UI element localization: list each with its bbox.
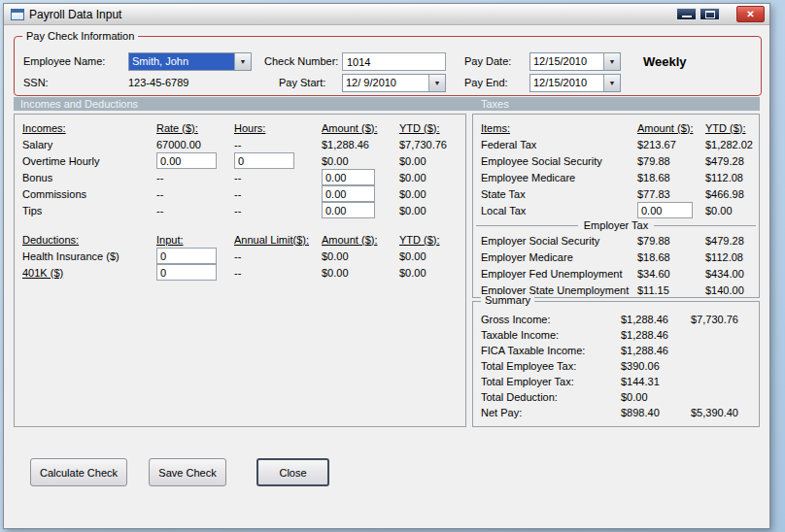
pay-start-label: Pay Start:	[279, 77, 325, 88]
minimize-button[interactable]	[676, 8, 697, 20]
401k-limit-value: --	[234, 267, 322, 279]
tips-amount-input[interactable]	[322, 202, 375, 218]
incomes-header-row: Incomes: Rate ($): Hours: Amount ($): YT…	[15, 119, 465, 136]
summary-group-label: Summary	[481, 294, 534, 306]
check-number-input[interactable]	[342, 52, 446, 71]
local-tax-ytd: $0.00	[705, 205, 759, 216]
tips-ytd-value: $0.00	[399, 205, 465, 216]
chevron-down-icon[interactable]: ▼	[603, 53, 620, 70]
employee-ss-amount: $79.88	[637, 155, 705, 167]
pay-end-value: 12/15/2010	[530, 75, 603, 91]
income-row-tips: Tips -- -- $0.00	[15, 202, 465, 218]
health-insurance-limit-value: --	[234, 250, 322, 262]
total-employee-tax-amount: $390.06	[621, 360, 691, 372]
summary-row-total-employer-tax: Total Employer Tax: $144.31	[473, 374, 759, 389]
income-row-salary: Salary 67000.00 -- $1,288.46 $7,730.76	[15, 136, 465, 152]
pay-start-picker[interactable]: 12/ 9/2010 ▼	[342, 74, 446, 92]
ytd-column-header: YTD ($):	[399, 234, 465, 246]
row-label: Local Tax	[481, 205, 637, 216]
employer-fed-unemployment-ytd: $434.00	[705, 268, 759, 280]
bonus-ytd-value: $0.00	[399, 172, 465, 183]
pay-date-picker[interactable]: 12/15/2010 ▼	[529, 52, 621, 71]
401k-input[interactable]	[156, 264, 217, 281]
federal-tax-amount: $213.67	[637, 139, 705, 150]
calculate-check-button[interactable]: Calculate Check	[30, 458, 127, 486]
deductions-column-header: Deductions:	[22, 234, 156, 246]
deduction-row-401k: 401K ($) -- $0.00 $0.00	[15, 264, 465, 281]
row-label: FICA Taxable Income:	[481, 345, 621, 356]
employer-ss-amount: $79.88	[637, 235, 705, 247]
payroll-dialog: Payroll Data Input ✕ Pay Check Informati…	[3, 3, 770, 529]
gross-income-amount: $1,288.46	[621, 314, 691, 325]
rate-column-header: Rate ($):	[156, 122, 234, 134]
net-pay-amount: $898.40	[621, 407, 691, 418]
amount-column-header: Amount ($):	[637, 122, 705, 134]
pay-date-label: Pay Date:	[464, 55, 511, 67]
commissions-rate-value: --	[156, 188, 234, 200]
row-label: Overtime Hourly	[22, 155, 156, 167]
salary-hours-value: --	[234, 139, 322, 150]
salary-ytd-value: $7,730.76	[399, 139, 465, 150]
commissions-amount-input[interactable]	[322, 185, 375, 202]
items-column-header: Items:	[481, 122, 637, 134]
ytd-column-header: YTD ($):	[399, 122, 465, 134]
employee-medicare-ytd: $112.08	[705, 172, 759, 183]
chevron-down-icon[interactable]: ▼	[428, 75, 445, 91]
tax-row-employee-social-security: Employee Social Security $79.88 $479.28	[473, 152, 759, 169]
row-label: Total Employer Tax:	[481, 376, 621, 387]
amount-column-header: Amount ($):	[322, 234, 399, 246]
close-button[interactable]: ✕	[736, 6, 765, 22]
health-insurance-input[interactable]	[156, 248, 217, 264]
401k-amount-value: $0.00	[322, 267, 399, 279]
income-row-commissions: Commissions -- -- $0.00	[15, 185, 465, 202]
row-label: State Tax	[481, 188, 637, 200]
row-label: Total Deduction:	[481, 391, 621, 403]
commissions-hours-value: --	[234, 188, 322, 200]
row-label: Gross Income:	[481, 314, 621, 325]
title-bar[interactable]: Payroll Data Input ✕	[4, 4, 769, 25]
tax-row-employer-social-security: Employer Social Security $79.88 $479.28	[473, 232, 759, 249]
amount-column-header: Amount ($):	[322, 122, 399, 134]
close-dialog-button[interactable]: Close	[256, 458, 329, 486]
app-icon	[11, 9, 24, 20]
incomes-column-header: Incomes:	[22, 122, 156, 134]
employer-state-unemployment-ytd: $140.00	[705, 284, 759, 296]
row-label: Employer Social Security	[481, 235, 637, 247]
summary-row-gross-income: Gross Income: $1,288.46 $7,730.76	[473, 312, 759, 327]
summary-row-total-employee-tax: Total Employee Tax: $390.06	[473, 358, 759, 374]
gross-income-ytd: $7,730.76	[691, 314, 759, 325]
row-label: Employee Medicare	[481, 172, 637, 183]
maximize-icon	[705, 11, 715, 18]
row-label: Employer Medicare	[481, 251, 637, 263]
employer-ss-ytd: $479.28	[705, 235, 759, 247]
section-label-taxes: Taxes	[481, 97, 509, 111]
chevron-down-icon[interactable]: ▼	[603, 75, 620, 91]
overtime-hours-input[interactable]	[234, 152, 294, 169]
fica-taxable-income-amount: $1,288.46	[621, 345, 691, 356]
bonus-amount-input[interactable]	[322, 169, 375, 185]
row-label: Taxable Income:	[481, 329, 621, 341]
local-tax-input[interactable]	[637, 202, 693, 218]
incomes-deductions-panel: Incomes: Rate ($): Hours: Amount ($): YT…	[14, 114, 466, 427]
chevron-down-icon[interactable]: ▼	[234, 53, 251, 70]
pay-frequency-label: Weekly	[643, 54, 687, 69]
row-label: Federal Tax	[481, 139, 637, 150]
taxes-header-row: Items: Amount ($): YTD ($):	[473, 119, 759, 136]
save-check-button[interactable]: Save Check	[149, 458, 226, 486]
401k-link[interactable]: 401K ($)	[22, 267, 156, 279]
annual-limit-column-header: Annual Limit($):	[234, 234, 322, 246]
overtime-rate-input[interactable]	[156, 152, 217, 169]
overtime-amount-value: $0.00	[322, 155, 399, 167]
maximize-button[interactable]	[700, 8, 720, 20]
employer-state-unemployment-amount: $11.15	[637, 284, 705, 296]
employee-name-combo[interactable]: Smith, John ▼	[128, 52, 252, 71]
paycheck-info-group: Pay Check Information Employee Name: Smi…	[14, 36, 762, 96]
tips-rate-value: --	[156, 205, 234, 216]
pay-end-picker[interactable]: 12/15/2010 ▼	[529, 74, 621, 92]
state-tax-ytd: $466.98	[705, 188, 759, 200]
tax-row-employee-medicare: Employee Medicare $18.68 $112.08	[473, 169, 759, 185]
employee-name-label: Employee Name:	[23, 55, 105, 67]
pay-end-label: Pay End:	[464, 77, 508, 88]
employee-ss-ytd: $479.28	[705, 155, 759, 167]
ssn-label: SSN:	[23, 77, 49, 88]
